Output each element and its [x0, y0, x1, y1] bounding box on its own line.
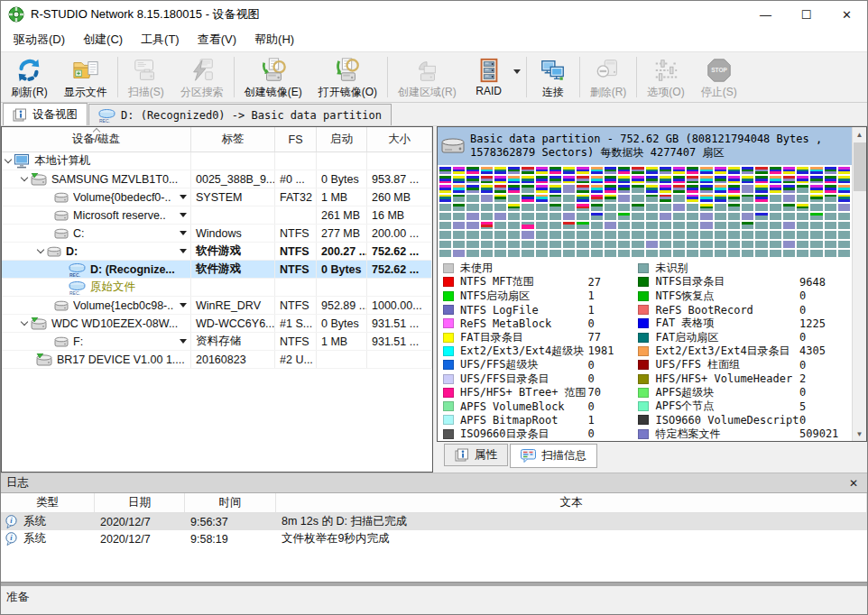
toolbar-group-partition-search: 分区搜索: [172, 53, 232, 101]
table-row[interactable]: C:WindowsNTFS277 MB200.00 ...: [2, 225, 432, 243]
table-row[interactable]: REC.D: (Recognize...软件游戏NTFS0 Bytes752.6…: [2, 261, 432, 279]
log-row[interactable]: i系统2020/12/79:56:378m 12s 的 D: 扫描已完成: [1, 513, 867, 530]
column-header-label: 标签: [222, 132, 245, 147]
scan-block: [783, 250, 795, 257]
scan-block: [838, 167, 850, 174]
device-table-header: 设备/磁盘标签FS启动大小: [2, 127, 432, 152]
tab-recognized-partition[interactable]: REC.D: (Recognized0) -> Basic data parti…: [88, 104, 392, 125]
log-column-header-2[interactable]: 时间: [185, 493, 276, 512]
options-icon: [652, 56, 679, 84]
column-header-3[interactable]: 启动: [317, 127, 367, 151]
stop-icon: STOP: [706, 56, 733, 84]
scan-block: [439, 250, 451, 257]
scan-block: [439, 213, 451, 220]
scan-block: [536, 250, 548, 257]
dropdown-arrow-icon[interactable]: [180, 213, 187, 217]
log-column-header-3[interactable]: 文本: [276, 493, 867, 512]
scan-block: [810, 231, 822, 238]
table-row[interactable]: Volume{0bedecf0-..SYSTEMFAT321 MB260 MB: [2, 188, 432, 207]
toolbar-button-raid[interactable]: RAID: [465, 53, 513, 101]
expander-chevron-icon[interactable]: [21, 318, 28, 326]
scan-block: [549, 195, 561, 202]
maximize-button[interactable]: ☐: [786, 1, 826, 28]
legend-count: 0: [799, 414, 850, 427]
info-tab-icon: [13, 108, 27, 122]
menu-item-3[interactable]: 查看(V): [189, 28, 245, 51]
log-date: 2020/12/7: [95, 530, 185, 547]
table-row[interactable]: F:资料存储NTFS1 MB931.51 ...: [2, 333, 432, 351]
table-row[interactable]: REC.原始文件: [2, 279, 432, 297]
expander-chevron-icon[interactable]: [21, 174, 28, 181]
log-column-header-0[interactable]: 类型: [1, 493, 95, 512]
column-header-0[interactable]: 设备/磁盘: [2, 127, 191, 151]
scroll-thumb[interactable]: [854, 142, 866, 191]
scan-block: [687, 231, 698, 238]
tab-properties[interactable]: 属性: [444, 444, 508, 466]
minimize-button[interactable]: —: [745, 1, 786, 28]
scan-block: [715, 241, 726, 248]
scan-block: [673, 185, 685, 192]
scan-block: [660, 195, 671, 202]
dropdown-arrow-icon[interactable]: [180, 249, 187, 253]
legend-item: UFS/FFS超级块0: [443, 358, 638, 372]
dropdown-arrow-icon[interactable]: [180, 231, 187, 235]
toolbar-dropdown-raid[interactable]: [513, 53, 524, 101]
table-row[interactable]: 本地计算机: [2, 152, 432, 170]
column-header-2[interactable]: FS: [275, 127, 317, 151]
table-row[interactable]: D:软件游戏NTFS200.27 ...752.62 ...: [2, 243, 432, 261]
menu-item-4[interactable]: 帮助(H): [245, 28, 303, 51]
tab-scan-information[interactable]: 扫描信息: [510, 444, 597, 468]
expander-chevron-icon[interactable]: [5, 156, 12, 163]
scan-block: [453, 213, 465, 220]
scan-block: [838, 241, 850, 248]
cell-label: 0025_388B_9...: [191, 170, 275, 188]
scan-block: [549, 241, 561, 248]
toolbar-button-connect[interactable]: 连接: [529, 53, 577, 101]
scan-block: [508, 167, 520, 174]
log-row[interactable]: i系统2020/12/79:58:19文件枚举在9秒内完成: [1, 530, 867, 547]
dropdown-arrow-icon[interactable]: [180, 195, 187, 199]
toolbar-button-open-image[interactable]: 打开镜像(O): [310, 53, 385, 101]
scroll-down-icon[interactable]: ▼: [853, 427, 866, 441]
toolbar-button-create-image[interactable]: 创建镜像(E): [236, 53, 310, 101]
toolbar-group-create-region: 创建区域(R): [390, 53, 465, 101]
table-row[interactable]: Microsoft reserve..261 MB16 MB: [2, 207, 432, 225]
column-header-4[interactable]: 大小: [367, 127, 432, 151]
tab-device-view[interactable]: 设备视图: [3, 103, 88, 125]
scan-block: [825, 213, 836, 220]
scan-block: [770, 167, 781, 174]
table-row[interactable]: WDC WD10EZEX-08W...WD-WCC6Y6...#1 S...0 …: [2, 315, 432, 333]
toolbar-button-show-files[interactable]: 显示文件: [56, 53, 115, 101]
device-name: 原始文件: [90, 280, 135, 295]
device-name: BR17 DEVICE V1.00 1....: [57, 353, 185, 366]
log-panel: 日志 ✕ 类型日期时间文本 i系统2020/12/79:56:378m 12s …: [1, 473, 867, 582]
table-row[interactable]: BR17 DEVICE V1.00 1....20160823#2 U...: [2, 351, 432, 369]
menu-item-0[interactable]: 驱动器(D): [5, 28, 74, 51]
dropdown-arrow-icon[interactable]: [180, 303, 187, 308]
column-header-1[interactable]: 标签: [191, 127, 275, 151]
table-row[interactable]: Volume{1ecb0c98-..WinRE_DRVNTFS952.89 ..…: [2, 297, 432, 315]
table-row[interactable]: SAMSUNG MZVLB1T0...0025_388B_9...#0 ...0…: [2, 170, 432, 188]
scrollbar-vertical[interactable]: ▲ ▼: [852, 127, 866, 441]
expander-chevron-icon[interactable]: [37, 246, 44, 253]
log-close-icon[interactable]: ✕: [845, 477, 862, 490]
scan-block: [536, 176, 548, 183]
legend-count: 1: [587, 304, 638, 317]
scan-block-map[interactable]: [438, 165, 852, 259]
close-button[interactable]: ✕: [826, 1, 867, 28]
cell-size: 260 MB: [367, 188, 432, 206]
scan-block: [481, 222, 493, 229]
cell-fs: NTFS: [275, 297, 317, 314]
scroll-up-icon[interactable]: ▲: [853, 127, 866, 142]
scan-block: [494, 213, 506, 220]
menu-item-1[interactable]: 创建(C): [74, 28, 132, 51]
menu-item-2[interactable]: 工具(T): [132, 28, 189, 51]
dropdown-arrow-icon[interactable]: [180, 339, 187, 344]
status-bar: 准备: [1, 586, 867, 614]
toolbar-button-refresh[interactable]: 刷新(R): [3, 53, 56, 101]
scan-block: [700, 195, 712, 202]
log-column-header-1[interactable]: 日期: [95, 493, 185, 512]
scan-block: [563, 176, 575, 183]
log-title: 日志: [6, 475, 29, 491]
scan-block: [591, 185, 603, 192]
